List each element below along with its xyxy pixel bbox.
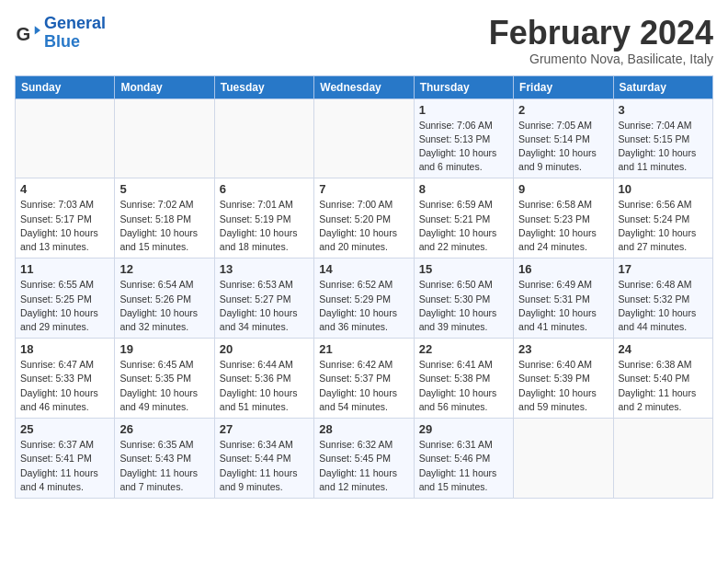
- month-title: February 2024: [489, 15, 713, 52]
- day-info: Sunrise: 6:45 AMSunset: 5:35 PMDaylight:…: [119, 358, 209, 414]
- day-cell: 9Sunrise: 6:58 AMSunset: 5:23 PMDaylight…: [514, 178, 613, 259]
- day-info: Sunrise: 6:42 AMSunset: 5:37 PMDaylight:…: [319, 358, 408, 414]
- day-cell: 18Sunrise: 6:47 AMSunset: 5:33 PMDayligh…: [16, 339, 115, 419]
- day-cell: 27Sunrise: 6:34 AMSunset: 5:44 PMDayligh…: [214, 419, 313, 499]
- day-cell: 7Sunrise: 7:00 AMSunset: 5:20 PMDaylight…: [314, 178, 414, 259]
- day-number: 17: [619, 262, 708, 276]
- title-block: February 2024 Grumento Nova, Basilicate,…: [489, 15, 713, 66]
- week-row-5: 25Sunrise: 6:37 AMSunset: 5:41 PMDayligh…: [16, 419, 713, 499]
- day-cell: 22Sunrise: 6:41 AMSunset: 5:38 PMDayligh…: [414, 339, 513, 419]
- day-info: Sunrise: 6:32 AMSunset: 5:45 PMDaylight:…: [319, 438, 408, 494]
- logo-text: General Blue: [44, 15, 106, 52]
- day-number: 25: [20, 422, 109, 436]
- day-info: Sunrise: 7:06 AMSunset: 5:13 PMDaylight:…: [419, 119, 508, 175]
- day-number: 10: [619, 182, 708, 196]
- day-info: Sunrise: 6:55 AMSunset: 5:25 PMDaylight:…: [20, 278, 109, 334]
- day-cell: 15Sunrise: 6:50 AMSunset: 5:30 PMDayligh…: [414, 259, 513, 339]
- day-header-thursday: Thursday: [414, 75, 513, 98]
- day-cell: [16, 98, 115, 178]
- day-info: Sunrise: 6:58 AMSunset: 5:23 PMDaylight:…: [518, 198, 608, 254]
- logo-icon: G: [15, 20, 40, 46]
- week-row-4: 18Sunrise: 6:47 AMSunset: 5:33 PMDayligh…: [16, 339, 713, 419]
- day-header-tuesday: Tuesday: [214, 75, 313, 98]
- day-info: Sunrise: 6:47 AMSunset: 5:33 PMDaylight:…: [20, 358, 109, 414]
- day-number: 3: [619, 103, 708, 117]
- day-number: 23: [518, 342, 608, 356]
- day-cell: 13Sunrise: 6:53 AMSunset: 5:27 PMDayligh…: [214, 259, 313, 339]
- day-number: 26: [119, 422, 209, 436]
- day-info: Sunrise: 6:31 AMSunset: 5:46 PMDaylight:…: [419, 438, 508, 494]
- day-info: Sunrise: 6:34 AMSunset: 5:44 PMDaylight:…: [220, 438, 309, 494]
- day-cell: [214, 98, 313, 178]
- day-info: Sunrise: 6:38 AMSunset: 5:40 PMDaylight:…: [619, 358, 708, 414]
- day-cell: 17Sunrise: 6:48 AMSunset: 5:32 PMDayligh…: [613, 259, 712, 339]
- day-info: Sunrise: 6:41 AMSunset: 5:38 PMDaylight:…: [419, 358, 508, 414]
- day-info: Sunrise: 6:59 AMSunset: 5:21 PMDaylight:…: [419, 198, 508, 254]
- day-cell: 6Sunrise: 7:01 AMSunset: 5:19 PMDaylight…: [214, 178, 313, 259]
- day-number: 27: [220, 422, 309, 436]
- day-cell: 29Sunrise: 6:31 AMSunset: 5:46 PMDayligh…: [414, 419, 513, 499]
- day-cell: 12Sunrise: 6:54 AMSunset: 5:26 PMDayligh…: [115, 259, 214, 339]
- day-info: Sunrise: 6:48 AMSunset: 5:32 PMDaylight:…: [619, 278, 708, 334]
- day-number: 9: [518, 182, 608, 196]
- day-cell: 21Sunrise: 6:42 AMSunset: 5:37 PMDayligh…: [314, 339, 414, 419]
- week-row-2: 4Sunrise: 7:03 AMSunset: 5:17 PMDaylight…: [16, 178, 713, 259]
- day-number: 18: [20, 342, 109, 356]
- day-header-monday: Monday: [115, 75, 214, 98]
- day-number: 2: [518, 103, 608, 117]
- day-number: 15: [419, 262, 508, 276]
- day-number: 8: [419, 182, 508, 196]
- day-cell: 20Sunrise: 6:44 AMSunset: 5:36 PMDayligh…: [214, 339, 313, 419]
- week-row-1: 1Sunrise: 7:06 AMSunset: 5:13 PMDaylight…: [16, 98, 713, 178]
- day-number: 22: [419, 342, 508, 356]
- day-number: 14: [319, 262, 408, 276]
- day-header-friday: Friday: [514, 75, 613, 98]
- day-cell: 28Sunrise: 6:32 AMSunset: 5:45 PMDayligh…: [314, 419, 414, 499]
- day-number: 12: [119, 262, 209, 276]
- day-cell: [115, 98, 214, 178]
- day-info: Sunrise: 7:04 AMSunset: 5:15 PMDaylight:…: [619, 119, 708, 175]
- calendar-table: SundayMondayTuesdayWednesdayThursdayFrid…: [15, 75, 713, 499]
- day-header-saturday: Saturday: [613, 75, 712, 98]
- day-number: 28: [319, 422, 408, 436]
- day-info: Sunrise: 6:54 AMSunset: 5:26 PMDaylight:…: [119, 278, 209, 334]
- day-info: Sunrise: 7:01 AMSunset: 5:19 PMDaylight:…: [220, 198, 309, 254]
- day-cell: 23Sunrise: 6:40 AMSunset: 5:39 PMDayligh…: [514, 339, 613, 419]
- day-header-sunday: Sunday: [16, 75, 115, 98]
- day-number: 6: [220, 182, 309, 196]
- day-info: Sunrise: 6:56 AMSunset: 5:24 PMDaylight:…: [619, 198, 708, 254]
- day-info: Sunrise: 6:44 AMSunset: 5:36 PMDaylight:…: [220, 358, 309, 414]
- day-cell: 2Sunrise: 7:05 AMSunset: 5:14 PMDaylight…: [514, 98, 613, 178]
- day-number: 20: [220, 342, 309, 356]
- day-info: Sunrise: 7:00 AMSunset: 5:20 PMDaylight:…: [319, 198, 408, 254]
- day-number: 16: [518, 262, 608, 276]
- day-info: Sunrise: 6:50 AMSunset: 5:30 PMDaylight:…: [419, 278, 508, 334]
- calendar-header: SundayMondayTuesdayWednesdayThursdayFrid…: [16, 75, 713, 98]
- day-number: 29: [419, 422, 508, 436]
- page-header: G General Blue February 2024 Grumento No…: [15, 15, 713, 66]
- day-cell: 26Sunrise: 6:35 AMSunset: 5:43 PMDayligh…: [115, 419, 214, 499]
- svg-text:G: G: [17, 24, 31, 44]
- day-number: 4: [20, 182, 109, 196]
- day-info: Sunrise: 6:49 AMSunset: 5:31 PMDaylight:…: [518, 278, 608, 334]
- day-cell: 3Sunrise: 7:04 AMSunset: 5:15 PMDaylight…: [613, 98, 712, 178]
- header-row: SundayMondayTuesdayWednesdayThursdayFrid…: [16, 75, 713, 98]
- day-cell: 25Sunrise: 6:37 AMSunset: 5:41 PMDayligh…: [16, 419, 115, 499]
- day-number: 1: [419, 103, 508, 117]
- day-info: Sunrise: 7:02 AMSunset: 5:18 PMDaylight:…: [119, 198, 209, 254]
- day-cell: 10Sunrise: 6:56 AMSunset: 5:24 PMDayligh…: [613, 178, 712, 259]
- svg-marker-1: [35, 26, 40, 34]
- location: Grumento Nova, Basilicate, Italy: [489, 52, 713, 66]
- week-row-3: 11Sunrise: 6:55 AMSunset: 5:25 PMDayligh…: [16, 259, 713, 339]
- day-cell: 19Sunrise: 6:45 AMSunset: 5:35 PMDayligh…: [115, 339, 214, 419]
- day-cell: 4Sunrise: 7:03 AMSunset: 5:17 PMDaylight…: [16, 178, 115, 259]
- day-cell: [514, 419, 613, 499]
- day-number: 7: [319, 182, 408, 196]
- day-info: Sunrise: 6:40 AMSunset: 5:39 PMDaylight:…: [518, 358, 608, 414]
- day-cell: [613, 419, 712, 499]
- day-number: 21: [319, 342, 408, 356]
- day-cell: 1Sunrise: 7:06 AMSunset: 5:13 PMDaylight…: [414, 98, 513, 178]
- day-number: 19: [119, 342, 209, 356]
- day-number: 24: [619, 342, 708, 356]
- day-info: Sunrise: 6:52 AMSunset: 5:29 PMDaylight:…: [319, 278, 408, 334]
